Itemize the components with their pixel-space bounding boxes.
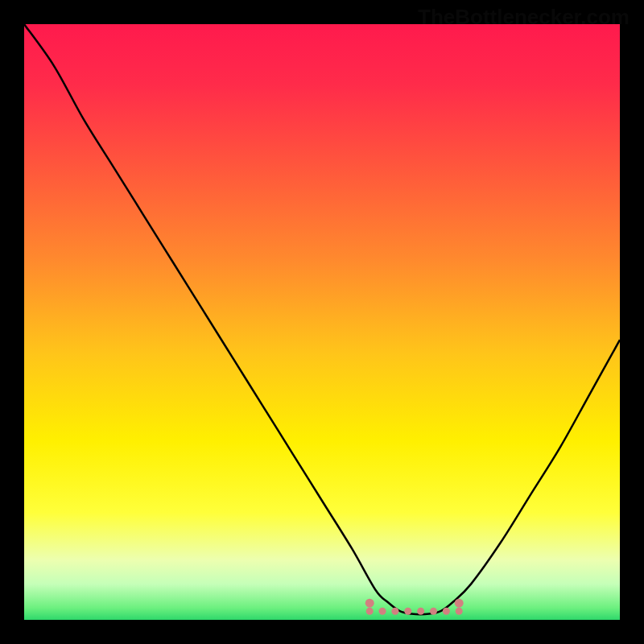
- svg-point-5: [391, 608, 398, 615]
- svg-point-9: [443, 608, 450, 615]
- chart-frame: [24, 24, 620, 620]
- watermark-text: TheBottlenecker.com: [418, 5, 630, 30]
- svg-point-1: [365, 599, 374, 608]
- svg-point-3: [366, 608, 374, 615]
- svg-point-7: [417, 608, 424, 615]
- svg-point-10: [456, 608, 463, 615]
- svg-point-6: [404, 608, 411, 615]
- svg-point-4: [379, 608, 386, 615]
- highlight-band: [24, 24, 620, 620]
- svg-point-8: [430, 608, 437, 615]
- svg-point-2: [455, 599, 464, 608]
